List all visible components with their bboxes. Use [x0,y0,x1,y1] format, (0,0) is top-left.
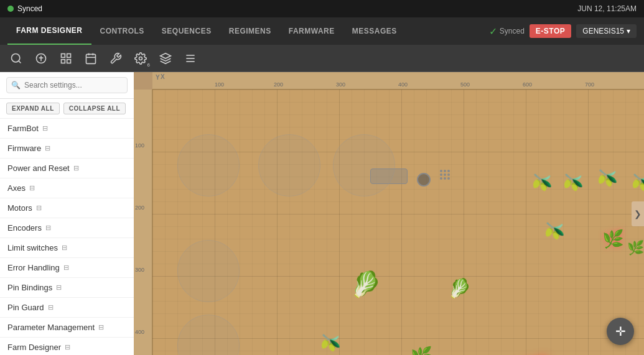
tools-icon-btn[interactable] [105,47,127,70]
synced-indicator [7,6,14,12]
sidebar-item-error-handling[interactable]: Error Handling ⊟ [0,258,134,278]
settings-icon-btn[interactable]: 6 [129,47,152,70]
ghost-circle-2 [333,134,395,196]
expand-icon: ⊟ [62,244,67,252]
plant-herb-2: 🌿 [627,240,644,256]
plant-lettuce-1: 🥬 [350,270,381,299]
expand-collapse-row: EXPAND ALL COLLAPSE ALL [0,99,134,119]
genesis-button[interactable]: GENESIS15 ▾ [576,24,637,38]
garden-background [152,90,644,355]
config-icon-btn[interactable] [179,47,202,70]
nav-farm-designer[interactable]: FARM DESIGNER [7,17,91,45]
sidebar-item-farm-designer[interactable]: Farm Designer ⊟ [0,338,134,355]
move-button[interactable]: ✛ [607,318,634,345]
sidebar-item-farmbot[interactable]: FarmBot ⊟ [0,119,134,139]
sidebar-item-pin-guard[interactable]: Pin Guard ⊟ [0,298,134,318]
estop-button[interactable]: E-STOP [530,24,571,38]
svg-point-11 [139,57,142,60]
nav-regimens[interactable]: REGIMENS [220,17,280,45]
expand-icon: ⊟ [36,204,42,212]
sidebar-item-encoders[interactable]: Encoders ⊟ [0,218,134,238]
svg-rect-5 [62,59,65,63]
expand-icon: ⊟ [45,224,51,232]
app-name: Synced [17,4,42,13]
sidebar-item-label: FarmBot [7,124,39,133]
ruler-v-300: 300 [135,267,144,273]
svg-point-0 [12,53,20,62]
svg-point-18 [447,170,450,172]
sidebar-item-power-reset[interactable]: Power and Reset ⊟ [0,159,134,178]
ruler-v-200: 200 [135,205,144,211]
garden-area[interactable]: Y X 100 200 300 400 500 600 700 100 200 … [134,72,644,355]
move-icon: ✛ [615,324,626,339]
expand-icon: ⊟ [98,323,104,331]
settings-badge: 6 [147,62,150,68]
sidebar: 🔍 EXPAND ALL COLLAPSE ALL FarmBot ⊟ Firm… [0,72,134,355]
sidebar-item-label: Farm Designer [7,343,61,352]
expand-icon: ⊟ [56,284,62,292]
ruler-v-400: 400 [135,329,144,335]
ruler-300: 300 [336,81,345,88]
icon-toolbar: 6 [0,45,644,72]
ruler-200: 200 [274,81,283,88]
sidebar-item-motors[interactable]: Motors ⊟ [0,198,134,218]
sidebar-item-label: Encoders [7,223,42,233]
sidebar-item-limit-switches[interactable]: Limit switches ⊟ [0,238,134,258]
search-input[interactable] [6,77,128,93]
sidebar-item-label: Pin Guard [7,303,44,312]
nav-sequences[interactable]: SEQUENCES [153,17,220,45]
nav-messages[interactable]: MESSAGES [343,17,406,45]
plant-beet-small-1: 🫒 [320,333,340,353]
nav-right: ✓ Synced E-STOP GENESIS15 ▾ [489,24,637,38]
ghost-circle-1 [258,134,320,196]
ghost-circle-3 [177,134,240,196]
nav-farmware[interactable]: FARMWARE [280,17,343,45]
ruler-100: 100 [215,81,224,88]
sidebar-item-firmware[interactable]: Firmware ⊟ [0,139,134,159]
genesis-label: GENESIS15 [582,27,624,35]
expand-icon: ⊟ [45,144,50,152]
layers-icon-btn[interactable] [154,47,177,70]
svg-rect-4 [67,53,71,57]
svg-marker-12 [161,53,171,58]
datetime: JUN 12, 11:25AM [577,4,637,13]
collapse-panel-button[interactable]: ❯ [632,201,644,226]
ruler-600: 600 [523,81,532,88]
plant-beet-2: 🫒 [563,173,583,192]
svg-point-17 [444,170,446,172]
main-content: 🔍 EXPAND ALL COLLAPSE ALL FarmBot ⊟ Firm… [0,72,644,355]
ruler-500: 500 [460,81,470,88]
plant-herb-3: 🌿 [411,346,432,355]
sidebar-item-pin-bindings[interactable]: Pin Bindings ⊟ [0,278,134,298]
plant-icon-btn[interactable] [30,47,52,70]
sidebar-item-axes[interactable]: Axes ⊟ [0,178,134,198]
svg-rect-7 [86,54,96,63]
collapse-all-button[interactable]: COLLAPSE ALL [63,103,126,114]
sidebar-item-label: Axes [7,183,26,193]
expand-icon: ⊟ [65,343,70,351]
nav-controls[interactable]: CONTROLS [91,17,153,45]
ruler-v-100: 100 [135,142,144,149]
sidebar-item-label: Limit switches [7,243,58,252]
sidebar-item-label: Power and Reset [7,164,70,173]
plant-beet-4: 🫒 [632,173,644,192]
ghost-circle-4 [177,240,240,302]
nav-bar: FARM DESIGNER CONTROLS SEQUENCES REGIMEN… [0,17,644,45]
map-icon-btn[interactable] [5,47,27,70]
svg-point-21 [447,173,450,176]
sidebar-item-parameter-management[interactable]: Parameter Management ⊟ [0,318,134,338]
synced-check-icon: ✓ [489,25,497,37]
expand-icon: ⊟ [63,264,69,272]
sidebar-item-label: Parameter Management [7,323,95,332]
axis-x-label: X [161,73,165,80]
sidebar-item-label: Firmware [7,144,41,153]
svg-rect-6 [67,59,71,63]
tool-indicator-3 [439,168,456,186]
grid-icon-btn[interactable] [55,47,77,70]
svg-point-19 [440,173,442,176]
expand-all-button[interactable]: EXPAND ALL [6,103,60,114]
expand-icon: ⊟ [73,164,79,172]
svg-point-24 [447,177,450,180]
calendar-icon-btn[interactable] [80,47,102,70]
synced-label: Synced [500,27,525,35]
